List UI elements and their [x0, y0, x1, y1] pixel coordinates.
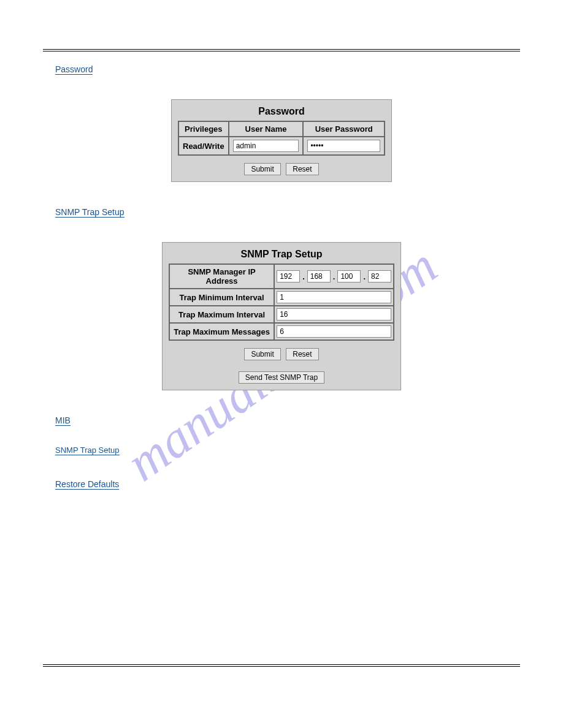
bottom-divider: [43, 664, 520, 667]
password-input[interactable]: [307, 140, 380, 152]
trap-msgs-label: Trap Maximum Messages: [169, 323, 274, 340]
password-submit-button[interactable]: Submit: [244, 163, 280, 175]
send-test-trap-button[interactable]: Send Test SNMP Trap: [239, 371, 324, 384]
trap-max-label: Trap Maximum Interval: [169, 306, 274, 323]
ip-octet-3[interactable]: [337, 270, 361, 282]
ip-octet-4[interactable]: [368, 270, 391, 282]
col-username: User Name: [229, 121, 304, 137]
password-table: Privileges User Name User Password Read/…: [178, 121, 385, 156]
mib-section-link[interactable]: MIB: [55, 415, 71, 426]
table-row: Read/Write: [178, 137, 385, 155]
inline-snmp-link[interactable]: SNMP Trap Setup: [55, 446, 120, 455]
top-divider: [43, 49, 520, 51]
body-paragraph: SNMP Trap Setup: [55, 444, 520, 457]
ip-dot: .: [363, 272, 366, 281]
snmp-ip-label: SNMP Manager IP Address: [169, 264, 274, 289]
snmp-table: SNMP Manager IP Address . . . Trap Minim…: [169, 264, 394, 341]
col-privileges: Privileges: [178, 121, 229, 137]
trap-min-input[interactable]: [277, 291, 391, 303]
password-reset-button[interactable]: Reset: [286, 163, 318, 175]
ip-octet-1[interactable]: [277, 270, 300, 282]
password-panel: Password Privileges User Name User Passw…: [171, 99, 392, 182]
snmp-panel-title: SNMP Trap Setup: [169, 249, 394, 260]
ip-dot: .: [333, 272, 335, 281]
table-row: Trap Maximum Interval: [169, 306, 394, 323]
table-row: Trap Minimum Interval: [169, 289, 394, 306]
ip-address-group: . . .: [277, 270, 391, 282]
table-row: SNMP Manager IP Address . . .: [169, 264, 394, 289]
snmp-section-link[interactable]: SNMP Trap Setup: [55, 207, 124, 218]
trap-max-input[interactable]: [277, 308, 391, 320]
table-row: Trap Maximum Messages: [169, 323, 394, 340]
trap-min-label: Trap Minimum Interval: [169, 289, 274, 306]
snmp-reset-button[interactable]: Reset: [286, 348, 318, 360]
restore-section-link[interactable]: Restore Defaults: [55, 479, 119, 490]
ip-octet-2[interactable]: [307, 270, 331, 282]
snmp-submit-button[interactable]: Submit: [244, 348, 280, 360]
username-input[interactable]: [233, 140, 299, 152]
ip-dot: .: [302, 272, 305, 281]
col-password: User Password: [303, 121, 385, 137]
snmp-panel: SNMP Trap Setup SNMP Manager IP Address …: [162, 242, 401, 390]
password-section-link[interactable]: Password: [55, 64, 93, 75]
privileges-cell: Read/Write: [178, 137, 229, 155]
trap-msgs-input[interactable]: [277, 325, 391, 338]
password-panel-title: Password: [178, 106, 385, 117]
